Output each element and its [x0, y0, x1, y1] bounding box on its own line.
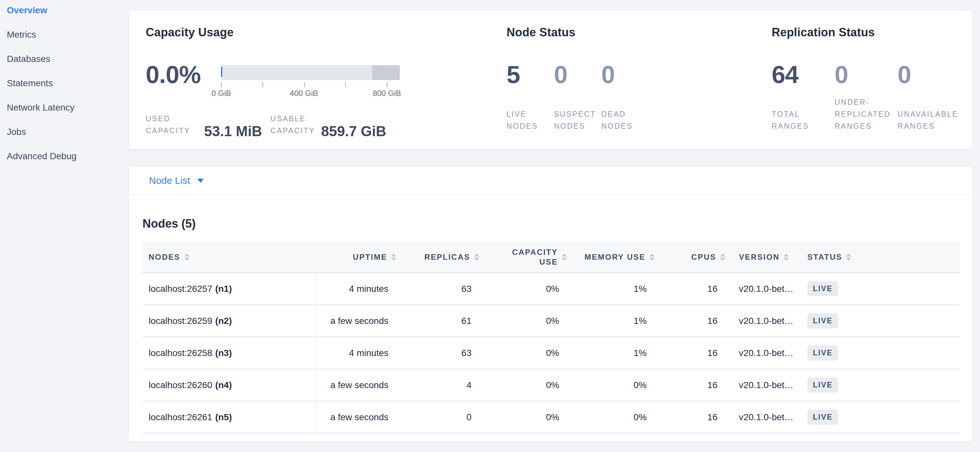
node-address-link[interactable]: localhost:26259 [149, 316, 212, 326]
memory-use-cell: 0% [570, 370, 658, 401]
suspect-nodes-count: 0 [554, 62, 601, 87]
node-address-cell: localhost:26257 (n1) [142, 273, 316, 305]
cpus-cell: 16 [658, 305, 729, 336]
capacity-bar-track [221, 65, 400, 80]
sidebar-item-network-latency[interactable]: Network Latency [0, 95, 129, 120]
status-badge: LIVE [807, 281, 838, 297]
column-label: UPTIME [353, 252, 387, 262]
column-header-memory-use[interactable]: MEMORY USE [570, 242, 658, 272]
replication-status-panel: Replication Status 64 0 0 TOTAL RANGES U… [772, 10, 973, 149]
uptime-cell: a few seconds [316, 370, 399, 401]
capacity-bar-used-marker [221, 67, 222, 77]
sort-icon[interactable] [474, 254, 479, 261]
axis-tick [387, 82, 387, 87]
column-header-uptime[interactable]: UPTIME [316, 242, 399, 272]
axis-label-0gib: 0 GiB [212, 89, 231, 98]
table-row[interactable]: localhost:26261 (n5) a few seconds 0 0% … [142, 401, 960, 433]
axis-label-400gib: 400 GiB [290, 89, 318, 98]
node-address-link[interactable]: localhost:26257 [149, 284, 212, 294]
cpus-cell: 16 [658, 401, 729, 433]
uptime-cell: 4 minutes [316, 337, 399, 369]
sort-icon[interactable] [846, 254, 851, 261]
sort-icon[interactable] [784, 254, 789, 261]
used-capacity-label: USED CAPACITY [146, 113, 197, 137]
node-address-link[interactable]: localhost:26258 [149, 348, 212, 358]
capacity-percent-value: 0.0% [146, 62, 200, 87]
node-id: (n2) [215, 316, 232, 326]
replicas-cell: 4 [399, 370, 482, 401]
memory-use-cell: 1% [570, 305, 658, 336]
status-badge: LIVE [807, 313, 838, 328]
sidebar-nav: Overview Metrics Databases Statements Ne… [0, 0, 129, 168]
table-row[interactable]: localhost:26257 (n1) 4 minutes 63 0% 1% … [142, 273, 960, 305]
version-cell: v20.1.0-bet… [729, 337, 797, 369]
cluster-overview-page: Overview Metrics Databases Statements Ne… [0, 0, 980, 452]
sidebar-item-jobs[interactable]: Jobs [0, 120, 129, 144]
table-row[interactable]: localhost:26258 (n3) 4 minutes 63 0% 1% … [142, 337, 960, 370]
replicas-cell: 63 [399, 273, 482, 305]
replication-status-title: Replication Status [772, 27, 875, 38]
column-label: CPUS [691, 252, 716, 262]
view-selector-bar: Node List [129, 167, 973, 195]
node-status-title: Node Status [507, 27, 575, 38]
total-ranges-label: TOTAL RANGES [772, 108, 835, 132]
node-list-dropdown[interactable]: Node List [149, 175, 190, 186]
live-nodes-label: LIVE NODES [507, 108, 554, 132]
table-row[interactable]: localhost:26259 (n2) a few seconds 61 0%… [142, 305, 960, 337]
sidebar-item-overview[interactable]: Overview [0, 0, 129, 22]
nodes-table-card: Nodes (5) NODES UPTIME REPLICAS CAPACITY… [129, 195, 973, 442]
column-header-replicas[interactable]: REPLICAS [399, 242, 482, 272]
capacity-use-cell: 0% [482, 305, 570, 336]
node-status-values: 5 0 0 [507, 62, 649, 87]
table-row[interactable]: localhost:26260 (n4) a few seconds 4 0% … [142, 370, 960, 401]
version-cell: v20.1.0-bet… [729, 305, 797, 336]
axis-tick [221, 82, 222, 87]
status-cell: LIVE [797, 305, 960, 336]
node-address-link[interactable]: localhost:26260 [149, 380, 212, 390]
cluster-summary-card: Capacity Usage 0.0% 0 GiB 400 GiB 8 [129, 10, 973, 149]
memory-use-cell: 0% [570, 401, 658, 433]
axis-tick [304, 82, 305, 87]
sort-icon[interactable] [562, 254, 567, 261]
column-header-cpus[interactable]: CPUS [658, 242, 729, 272]
memory-use-cell: 1% [570, 337, 658, 369]
status-cell: LIVE [797, 401, 960, 433]
node-address-link[interactable]: localhost:26261 [149, 412, 212, 422]
sidebar-item-metrics[interactable]: Metrics [0, 22, 129, 47]
status-cell: LIVE [797, 337, 960, 369]
column-header-capacity-use[interactable]: CAPACITY USE [482, 242, 570, 272]
capacity-use-cell: 0% [482, 401, 570, 433]
sort-icon[interactable] [391, 254, 396, 261]
version-cell: v20.1.0-bet… [729, 401, 797, 433]
capacity-bar-reserved-segment [372, 65, 400, 80]
nodes-table-header: NODES UPTIME REPLICAS CAPACITY USE MEMOR… [142, 242, 960, 273]
column-header-status[interactable]: STATUS [797, 242, 960, 272]
status-cell: LIVE [797, 273, 960, 305]
node-address-cell: localhost:26258 (n3) [142, 337, 316, 369]
column-header-nodes[interactable]: NODES [142, 242, 316, 272]
status-badge: LIVE [807, 409, 838, 425]
chevron-down-icon[interactable] [197, 179, 204, 183]
node-address-cell: localhost:26261 (n5) [142, 401, 316, 433]
sort-icon[interactable] [649, 254, 654, 261]
sidebar-item-statements[interactable]: Statements [0, 71, 129, 95]
total-ranges-count: 64 [772, 62, 835, 87]
under-replicated-ranges-count: 0 [835, 62, 897, 87]
usable-capacity-value: 859.7 GiB [321, 124, 387, 138]
nodes-table-title: Nodes (5) [142, 217, 196, 230]
sort-icon[interactable] [720, 254, 725, 261]
node-id: (n5) [215, 412, 232, 422]
capacity-bar-chart: 0 GiB 400 GiB 800 GiB [221, 65, 400, 98]
capacity-stats-row: USED CAPACITY 53.1 MiB USABLE CAPACITY 8… [146, 113, 386, 138]
column-label: STATUS [807, 252, 842, 262]
dead-nodes-count: 0 [601, 62, 649, 87]
uptime-cell: a few seconds [316, 401, 399, 433]
sort-icon[interactable] [184, 254, 189, 261]
column-header-version[interactable]: VERSION [729, 242, 797, 272]
cpus-cell: 16 [658, 273, 729, 305]
sidebar-item-advanced-debug[interactable]: Advanced Debug [0, 144, 129, 168]
capacity-usage-panel: Capacity Usage 0.0% 0 GiB 400 GiB 8 [146, 10, 503, 149]
cpus-cell: 16 [658, 370, 729, 401]
unavailable-ranges-count: 0 [897, 62, 963, 87]
sidebar-item-databases[interactable]: Databases [0, 47, 129, 71]
